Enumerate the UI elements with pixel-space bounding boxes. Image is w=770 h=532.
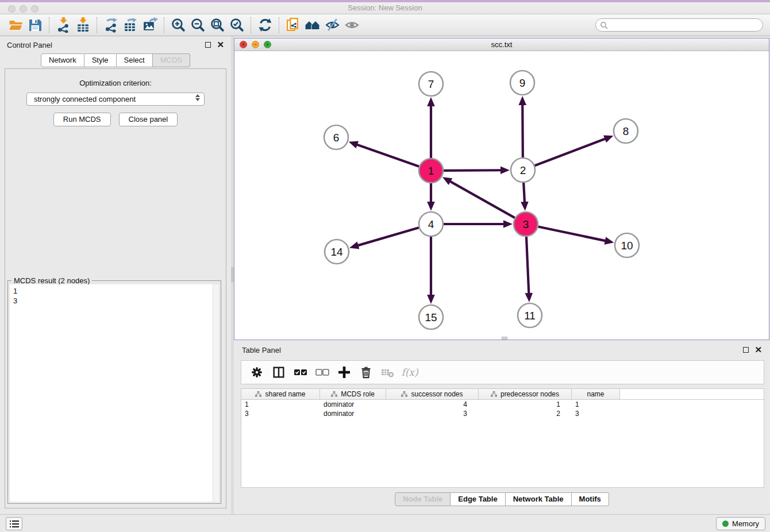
graph-node-10[interactable]: 10 (615, 233, 639, 257)
graph-node-2[interactable]: 2 (511, 158, 535, 182)
cell-name[interactable]: 1 (572, 400, 620, 409)
close-panel-button[interactable]: Close panel (119, 113, 178, 126)
node-label: 15 (425, 311, 437, 323)
column-header-successor_nodes[interactable]: successor nodes (386, 389, 479, 399)
graph-node-7[interactable]: 7 (419, 72, 443, 96)
network-resize-grip[interactable] (502, 337, 507, 340)
import-table-icon[interactable] (73, 17, 93, 34)
network-canvas[interactable]: 7968124314101511 (234, 51, 769, 340)
export-table-icon[interactable] (121, 17, 140, 34)
graph-node-14[interactable]: 14 (325, 240, 349, 264)
criterion-value: strongly connected component (34, 95, 136, 103)
tab-motifs[interactable]: Motifs (572, 492, 609, 506)
cell-mcds_role[interactable]: dominator (320, 409, 386, 418)
toolbar-separator (164, 17, 164, 33)
float-table-panel-icon[interactable] (743, 347, 749, 353)
cell-successor_nodes[interactable]: 4 (386, 400, 479, 409)
cell-name[interactable]: 3 (572, 409, 620, 418)
tab-network-table[interactable]: Network Table (506, 492, 572, 506)
list-icon (10, 520, 19, 528)
apply-layout-icon[interactable] (255, 17, 275, 34)
graph-edge-1-2[interactable] (444, 170, 502, 171)
table-options-icon[interactable] (246, 363, 268, 381)
cell-mcds_role[interactable]: dominator (320, 400, 386, 409)
cell-predecessor_nodes[interactable]: 2 (479, 409, 572, 418)
tab-style[interactable]: Style (84, 53, 117, 67)
column-header-predecessor_nodes[interactable]: predecessor nodes (479, 389, 572, 399)
graph-node-3[interactable]: 3 (514, 212, 538, 236)
toolbar-separator (251, 17, 251, 33)
graph-node-11[interactable]: 11 (518, 303, 542, 327)
export-network-icon[interactable] (101, 17, 121, 34)
result-scrollbar[interactable] (213, 284, 219, 502)
hide-graphics-icon[interactable] (322, 17, 342, 34)
graph-edge-3-1[interactable] (449, 181, 514, 218)
zoom-out-icon[interactable] (188, 17, 207, 34)
tab-network[interactable]: Network (41, 53, 84, 67)
column-label: successor nodes (411, 390, 463, 398)
run-mcds-button[interactable]: Run MCDS (53, 113, 111, 126)
graph-edge-3-11[interactable] (526, 237, 529, 295)
zoom-selected-icon[interactable] (227, 17, 247, 34)
zoom-fit-icon[interactable] (207, 17, 227, 34)
tab-node-table[interactable]: Node Table (395, 492, 451, 506)
node-label: 6 (333, 132, 340, 144)
cell-shared_name[interactable]: 3 (241, 409, 320, 418)
mcds-result-list[interactable]: 1 3 (10, 284, 219, 502)
column-label: predecessor nodes (500, 390, 559, 398)
unselect-all-columns-icon[interactable] (311, 363, 333, 381)
import-network-icon[interactable] (53, 17, 73, 34)
memory-button[interactable]: Memory (716, 517, 765, 530)
add-column-icon[interactable] (333, 363, 355, 381)
select-all-columns-icon[interactable] (290, 363, 311, 381)
table-body: 1dominator4113dominator323 (241, 400, 764, 418)
memory-status-icon (722, 521, 729, 527)
open-session-icon[interactable] (6, 17, 25, 34)
tab-edge-table[interactable]: Edge Table (451, 492, 505, 506)
graph-edge-2-3[interactable] (523, 183, 525, 203)
graph-node-4[interactable]: 4 (419, 212, 443, 236)
cell-shared_name[interactable]: 1 (241, 400, 320, 409)
column-label: name (587, 390, 604, 398)
criterion-dropdown[interactable]: strongly connected component (26, 92, 205, 106)
tab-select[interactable]: Select (117, 53, 153, 67)
cell-successor_nodes[interactable]: 3 (386, 409, 479, 418)
graph-node-15[interactable]: 15 (419, 305, 443, 329)
column-header-mcds_role[interactable]: MCDS role (320, 389, 386, 399)
network-window-titlebar[interactable]: × − + scc.txt (234, 38, 769, 51)
column-header-name[interactable]: name (572, 389, 620, 399)
tab-mcds[interactable]: MCDS (153, 53, 190, 67)
close-table-panel-icon[interactable]: ✕ (754, 347, 762, 353)
search-field[interactable] (595, 18, 763, 32)
task-history-button[interactable] (6, 517, 22, 530)
graph-node-9[interactable]: 9 (510, 71, 534, 95)
export-image-icon[interactable] (140, 17, 160, 34)
graph-edge-2-8[interactable] (535, 138, 607, 165)
clone-network-icon[interactable] (283, 17, 303, 34)
graph-edge-arrowhead (349, 242, 359, 249)
node-label: 8 (623, 125, 629, 137)
table-row[interactable]: 1dominator411 (241, 400, 764, 409)
delete-table-icon[interactable] (377, 363, 399, 381)
graph-edge-1-6[interactable] (356, 144, 419, 167)
close-panel-icon[interactable]: ✕ (217, 42, 224, 48)
float-panel-icon[interactable] (205, 42, 211, 48)
zoom-in-icon[interactable] (168, 17, 188, 34)
column-header-shared_name[interactable]: shared name (241, 389, 320, 399)
graph-node-1[interactable]: 1 (419, 159, 443, 183)
show-graphics-icon[interactable] (342, 17, 361, 34)
graph-node-8[interactable]: 8 (614, 119, 638, 143)
graph-edge-3-10[interactable] (538, 227, 607, 241)
graph-edge-2-9[interactable] (522, 103, 523, 157)
search-input[interactable] (610, 20, 763, 30)
network-overview-icon[interactable] (303, 17, 322, 34)
delete-columns-icon[interactable] (355, 363, 377, 381)
table-row[interactable]: 3dominator323 (241, 409, 764, 418)
graph-edge-4-14[interactable] (357, 228, 419, 246)
cell-predecessor_nodes[interactable]: 1 (479, 400, 572, 409)
show-columns-icon[interactable] (268, 363, 290, 381)
graph-node-6[interactable]: 6 (324, 125, 348, 149)
dropdown-stepper-icon (195, 94, 200, 101)
function-builder-icon[interactable]: f(x) (399, 363, 421, 381)
save-session-icon[interactable] (25, 17, 45, 34)
